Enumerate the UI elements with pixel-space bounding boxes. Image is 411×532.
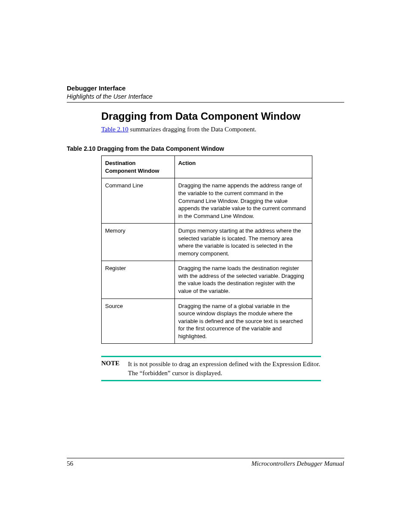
drag-table: Destination Component Window Action Comm…: [101, 156, 312, 344]
table-row: Memory Dumps memory starting at the addr…: [102, 224, 312, 261]
cell-action: Dragging the name of a global variable i…: [174, 299, 312, 344]
col-header-dest-l1: Destination: [105, 160, 136, 166]
cell-dest: Register: [102, 261, 175, 299]
page: Debugger Interface Highlights of the Use…: [0, 0, 411, 532]
intro-paragraph: Table 2.10 summarizes dragging from the …: [101, 126, 344, 133]
header-section: Highlights of the User Interface: [67, 93, 344, 101]
header-rule: [67, 102, 344, 103]
manual-title: Microcontrollers Debugger Manual: [251, 460, 344, 467]
cell-dest: Memory: [102, 224, 175, 261]
table-header-row: Destination Component Window Action: [102, 156, 312, 178]
table-row: Command Line Dragging the name appends t…: [102, 178, 312, 224]
cell-action: Dragging the name loads the destination …: [174, 261, 312, 299]
note-text: It is not possible to drag an expression…: [128, 360, 321, 377]
running-header: Debugger Interface Highlights of the Use…: [67, 84, 344, 100]
section-heading: Dragging from Data Component Window: [101, 110, 344, 122]
cell-action: Dumps memory starting at the address whe…: [174, 224, 312, 261]
intro-text: summarizes dragging from the Data Compon…: [128, 126, 256, 133]
header-chapter: Debugger Interface: [67, 84, 344, 93]
col-header-dest-l2: Component Window: [105, 168, 159, 174]
table-row: Register Dragging the name loads the des…: [102, 261, 312, 299]
col-header-action: Action: [174, 156, 312, 178]
table-ref-link[interactable]: Table 2.10: [101, 126, 128, 133]
note-label: NOTE: [101, 360, 128, 377]
cell-action: Dragging the name appends the address ra…: [174, 178, 312, 224]
footer-rule: [67, 458, 344, 458]
cell-dest: Command Line: [102, 178, 175, 224]
cell-dest: Source: [102, 299, 175, 344]
col-header-destination: Destination Component Window: [102, 156, 175, 178]
table-row: Source Dragging the name of a global var…: [102, 299, 312, 344]
note-block: NOTE It is not possible to drag an expre…: [101, 356, 321, 381]
table-caption: Table 2.10 Dragging from the Data Compon…: [67, 145, 344, 152]
page-footer: 56 Microcontrollers Debugger Manual: [67, 458, 344, 467]
page-number: 56: [67, 460, 73, 467]
